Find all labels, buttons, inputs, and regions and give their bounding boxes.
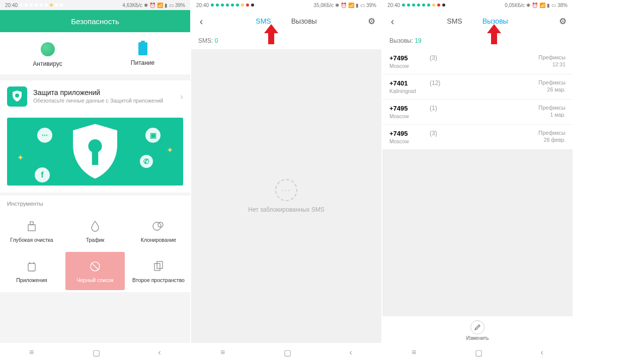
notif-dot-icon [60,4,63,7]
notif-dot-icon [221,4,224,7]
feature-label: Антивирус [33,60,62,67]
notif-dot-icon [25,4,28,7]
tool-label: Клонирование [141,237,176,243]
protection-banner[interactable]: ⋯ ▣ ✆ f ✦ ✦ [7,118,183,186]
tool-label: Второе пространство [132,277,185,283]
bluetooth-icon: ✱ [144,3,148,8]
tab-calls[interactable]: Вызовы [291,17,317,25]
nav-home-icon[interactable]: ▢ [475,348,482,357]
wifi-icon: 📶 [157,3,163,8]
nav-home-icon[interactable]: ▢ [93,348,100,357]
nav-home-icon[interactable]: ▢ [284,348,291,357]
tool-label: Глубокая очистка [10,237,53,243]
nav-menu-icon[interactable]: ≡ [220,348,225,357]
nav-menu-icon[interactable]: ≡ [29,348,34,357]
status-speed: 35,0КБ/с [313,3,334,8]
notif-dot-icon [45,4,48,7]
edit-label: Изменить [466,335,489,341]
svg-rect-3 [28,225,35,231]
call-prefix: Префиксы [538,79,566,85]
nav-menu-icon[interactable]: ≡ [412,348,416,357]
shield-icon [7,86,27,107]
notif-dot-icon [55,4,58,7]
call-row[interactable]: +7495Moscow(3)Префиксы12:31 [382,49,573,74]
svg-rect-2 [92,150,99,164]
empty-state: ⋯ Нет заблокированных SMS [191,49,381,343]
notif-dot-icon [407,4,410,7]
nav-bar: ≡ ▢ ‹ [191,343,381,362]
notif-dot-icon [402,4,405,7]
tool-apps[interactable]: Приложения [0,250,63,292]
status-speed: 4,63КБ/с [122,3,142,8]
antivirus-icon [41,42,55,56]
svg-line-11 [92,263,98,269]
wifi-icon: 📶 [539,3,545,8]
svg-point-5 [153,222,161,230]
call-number: +7495 [389,54,430,62]
notif-dot-icon [231,4,234,7]
big-shield-icon [69,123,122,180]
call-time: 1 мар. [538,112,566,118]
call-number: +7495 [389,105,430,112]
feature-power[interactable]: Питание [95,32,190,74]
status-time: 20:40 [5,3,18,8]
svg-rect-4 [30,222,33,225]
call-time: 12:31 [538,61,566,67]
copy-icon [152,260,165,273]
notif-dot-icon [216,4,219,7]
settings-button[interactable]: ⚙ [361,16,381,27]
battery-icon: ▭ [551,3,556,8]
call-count: (1) [430,105,455,119]
call-number: +7401 [389,79,430,87]
status-battery: 39% [366,3,376,8]
notif-dot-icon [30,4,33,7]
status-bar: 20:40 0,05КБ/с ✱ ⏰ 📶 ▮ ▭ 38% [382,0,573,10]
call-count: (12) [430,79,455,94]
nav-back-icon[interactable]: ‹ [350,348,352,357]
feature-antivirus[interactable]: Антивирус [0,32,95,74]
phone-sms: 20:40 35,0КБ/с ✱ ⏰ 📶 ▮ ▭ 39% ‹ SMS Вызов… [191,0,382,362]
nav-back-icon[interactable]: ‹ [541,348,543,357]
call-number: +7495 [389,130,430,137]
settings-button[interactable]: ⚙ [552,16,573,27]
notif-dot-icon [417,4,420,7]
call-city: Moscow [389,63,430,69]
tool-deep-clean[interactable]: Глубокая очистка [0,212,63,250]
image-icon: ▣ [145,128,160,143]
wifi-icon: 📶 [348,3,354,8]
tool-second-space[interactable]: Второе пространство [127,250,190,292]
call-row[interactable]: +7401Kaliningrad(12)Префиксы26 мар. [382,74,573,100]
call-row[interactable]: +7495Moscow(1)Префиксы1 мар. [382,100,573,125]
header: ‹ SMS Вызовы ⚙ [191,10,381,32]
edit-bar: Изменить [382,316,573,343]
call-city: Kaliningrad [389,88,430,94]
status-speed: 0,05КБ/с [505,3,525,8]
back-button[interactable]: ‹ [191,16,211,27]
notif-dot-icon [40,4,43,7]
call-row[interactable]: +7495Moscow(3)Префиксы28 февр. [382,125,573,150]
tab-sms[interactable]: SMS [447,17,462,25]
facebook-icon: f [35,167,50,183]
battery-icon: ▭ [360,3,365,8]
edit-button[interactable] [470,320,485,334]
svg-point-0 [15,94,19,98]
nav-back-icon[interactable]: ‹ [158,348,161,357]
tool-clone[interactable]: Клонирование [127,212,190,250]
bluetooth-icon: ✱ [526,3,530,8]
notif-dot-icon [211,4,214,7]
back-button[interactable]: ‹ [382,16,403,27]
drop-icon [89,220,102,233]
card-title: Защита приложений [33,88,174,97]
tool-blocklist[interactable]: Черный список [65,252,125,290]
signal-icon: ▮ [356,3,359,8]
notif-dot-icon [35,4,38,7]
battery-icon: ▭ [169,3,174,8]
sms-count-line: SMS: 0 [191,32,381,49]
app-protection-card[interactable]: Защита приложений Обезопасьте личные дан… [0,80,190,113]
count-value: 19 [415,37,421,44]
call-city: Moscow [389,138,430,144]
card-subtitle: Обезопасьте личные данные с Защитой прил… [33,98,174,105]
tool-traffic[interactable]: Трафик [63,212,127,250]
sparkle-icon: ✦ [167,145,173,155]
calls-count-line: Вызовы: 19 [382,32,573,49]
